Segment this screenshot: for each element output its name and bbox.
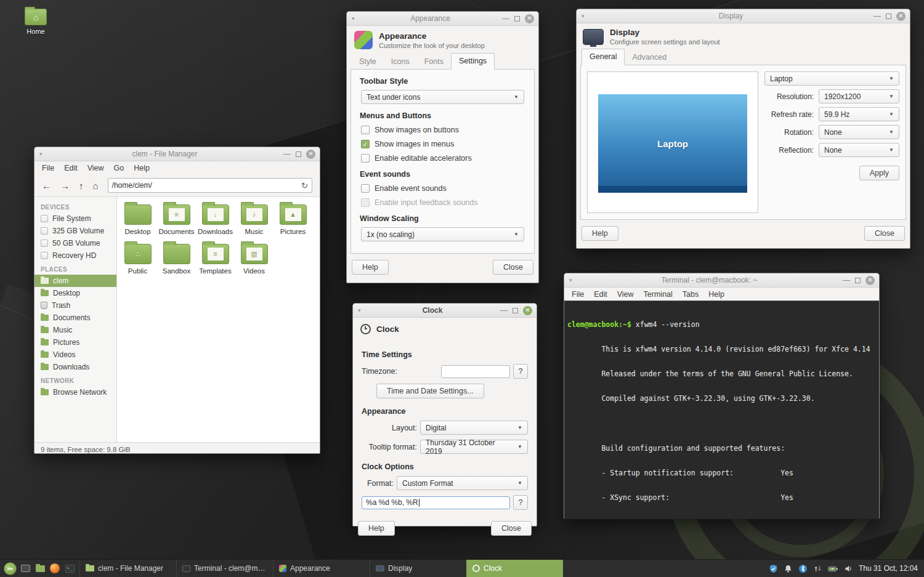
tab-advanced[interactable]: Advanced (625, 50, 674, 65)
sidebar-item-browse-network[interactable]: Browse Network (34, 386, 116, 398)
window-menu-icon[interactable]: ▾ (569, 277, 572, 283)
refresh-rate-dropdown[interactable]: 59.9 Hz▼ (819, 107, 899, 121)
bluetooth-icon[interactable] (798, 564, 808, 573)
maximize-button[interactable] (886, 14, 891, 19)
taskbar-button-appearance[interactable]: Appearance (273, 560, 370, 577)
reload-icon[interactable]: ↻ (301, 181, 308, 190)
terminal-launcher[interactable]: >_ (63, 562, 76, 575)
close-button[interactable]: ✕ (865, 276, 875, 285)
minimize-button[interactable]: — (502, 15, 509, 22)
folder-pictures[interactable]: ▲Pictures (274, 204, 312, 235)
custom-format-input[interactable]: %a %d %b, %R (362, 496, 510, 509)
maximize-button[interactable] (514, 16, 520, 22)
file-manager-titlebar[interactable]: ▾ clem - File Manager — ✕ (34, 147, 320, 161)
volume-icon[interactable] (844, 564, 853, 573)
files-launcher[interactable] (34, 562, 46, 575)
sidebar-item-desktop[interactable]: Desktop (34, 287, 116, 299)
file-manager-file-area[interactable]: Desktop ≡Documents ↓Downloads ♪Music ▲Pi… (117, 197, 320, 442)
tooltip-format-dropdown[interactable]: Thursday 31 October 2019▼ (420, 440, 528, 454)
terminal-screen[interactable]: clem@macbook:~$ xfwm4 --version This is … (564, 301, 879, 519)
menu-help[interactable]: Help (703, 289, 729, 300)
close-button[interactable]: ✕ (525, 14, 534, 23)
help-button[interactable]: Help (582, 226, 618, 241)
sidebar-item-downloads[interactable]: Downloads (34, 361, 116, 373)
window-scaling-dropdown[interactable]: 1x (no scaling) ▼ (361, 227, 524, 241)
close-button[interactable]: ✕ (306, 150, 315, 159)
time-date-settings-button[interactable]: Time and Date Settings... (376, 384, 484, 398)
sidebar-item-325gb-volume[interactable]: 325 GB Volume (34, 225, 116, 237)
back-icon[interactable]: ← (42, 181, 51, 190)
tab-settings[interactable]: Settings (451, 53, 495, 70)
sidebar-item-music[interactable]: Music (34, 324, 116, 336)
battery-icon[interactable] (828, 564, 838, 573)
display-titlebar[interactable]: ▾ Display — ✕ (577, 9, 910, 23)
update-shield-icon[interactable] (769, 564, 778, 573)
desktop-icon-home[interactable]: ⌂ Home (18, 9, 53, 35)
checkbox-show-images-menus[interactable]: ✓Show images in menus (361, 140, 525, 148)
folder-sandbox[interactable]: Sandbox (157, 244, 196, 275)
menu-terminal[interactable]: Terminal (639, 289, 678, 300)
window-menu-icon[interactable]: ▾ (352, 15, 355, 22)
folder-music[interactable]: ♪Music (235, 204, 274, 235)
maximize-button[interactable] (296, 151, 301, 157)
close-button[interactable]: ✕ (523, 306, 532, 315)
folder-public[interactable]: ∴Public (118, 244, 157, 275)
menu-help[interactable]: Help (129, 163, 155, 174)
sidebar-item-recovery-hd[interactable]: Recovery HD (34, 249, 116, 262)
menu-edit[interactable]: Edit (589, 289, 612, 300)
minimize-button[interactable]: — (500, 307, 508, 313)
rotation-dropdown[interactable]: None▼ (819, 125, 899, 139)
taskbar-button-clock[interactable]: Clock (466, 560, 563, 577)
taskbar-button-file-manager[interactable]: clem - File Manager (79, 560, 176, 577)
home-icon[interactable]: ⌂ (93, 181, 99, 190)
close-dialog-button[interactable]: Close (491, 521, 532, 536)
checkbox-event-sounds[interactable]: Enable event sounds (361, 184, 525, 193)
help-button[interactable]: Help (358, 521, 395, 536)
timezone-input[interactable] (441, 365, 510, 378)
checkbox-editable-accelerators[interactable]: Enable editable accelerators (361, 154, 525, 163)
tab-style[interactable]: Style (352, 54, 384, 70)
menu-view[interactable]: View (612, 289, 639, 300)
taskbar-button-terminal[interactable]: Terminal - clem@macbook: ~ (176, 560, 273, 577)
sidebar-item-clem[interactable]: clem (34, 275, 116, 287)
sidebar-item-50gb-volume[interactable]: 50 GB Volume (34, 237, 116, 249)
network-icon[interactable] (813, 564, 822, 573)
monitor-preview[interactable]: Laptop (598, 94, 747, 193)
tab-fonts[interactable]: Fonts (417, 54, 451, 70)
maximize-button[interactable] (513, 308, 518, 313)
resolution-dropdown[interactable]: 1920x1200▼ (819, 89, 899, 103)
apply-button[interactable]: Apply (859, 166, 899, 180)
path-input[interactable]: /home/clem/ ↻ (108, 178, 312, 193)
toolbar-style-dropdown[interactable]: Text under icons ▼ (361, 90, 524, 104)
taskbar-clock[interactable]: Thu 31 Oct, 12:04 (859, 564, 918, 573)
window-menu-icon[interactable]: ▾ (358, 307, 361, 313)
notification-bell-icon[interactable] (784, 564, 793, 573)
terminal-titlebar[interactable]: ▾ Terminal - clem@macbook: ~ — ✕ (564, 273, 879, 288)
folder-downloads[interactable]: ↓Downloads (196, 204, 235, 235)
menu-file[interactable]: File (37, 163, 59, 174)
format-help-button[interactable]: ? (513, 495, 528, 510)
help-button[interactable]: Help (352, 260, 389, 275)
layout-dropdown[interactable]: Digital▼ (420, 421, 528, 435)
forward-icon[interactable]: → (60, 181, 70, 190)
menu-file[interactable]: File (567, 289, 589, 300)
sidebar-item-file-system[interactable]: File System (34, 212, 116, 225)
tab-icons[interactable]: Icons (384, 54, 417, 70)
mint-menu-button[interactable]: lm (4, 562, 17, 575)
window-menu-icon[interactable]: ▾ (582, 13, 585, 19)
reflection-dropdown[interactable]: None▼ (819, 143, 899, 157)
folder-templates[interactable]: ≡Templates (196, 244, 235, 275)
minimize-button[interactable]: — (843, 277, 850, 283)
firefox-launcher[interactable] (49, 562, 61, 575)
format-dropdown[interactable]: Custom Format▼ (397, 476, 528, 490)
minimize-button[interactable]: — (873, 13, 881, 19)
folder-videos[interactable]: ▥Videos (235, 244, 274, 275)
timezone-help-button[interactable]: ? (513, 364, 528, 379)
monitor-dropdown[interactable]: Laptop ▼ (764, 71, 899, 86)
maximize-button[interactable] (855, 278, 861, 283)
close-dialog-button[interactable]: Close (493, 260, 533, 275)
appearance-titlebar[interactable]: ▾ Appearance — ✕ (347, 12, 538, 26)
menu-go[interactable]: Go (109, 163, 129, 174)
sidebar-item-documents[interactable]: Documents (34, 312, 116, 324)
sidebar-item-trash[interactable]: Trash (34, 299, 116, 312)
